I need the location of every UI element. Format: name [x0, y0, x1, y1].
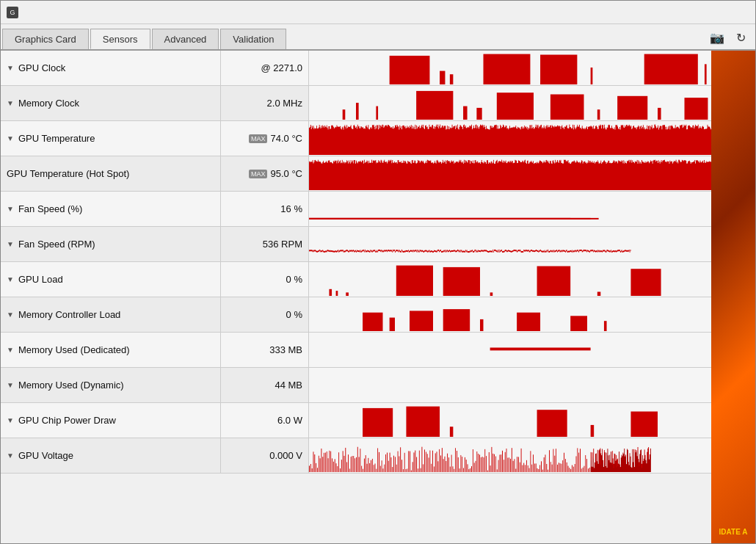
sensor-name-cell: ▼GPU Voltage [1, 438, 221, 473]
sensor-graph [309, 86, 711, 120]
sensor-value-text: @ 2271.0 [261, 62, 302, 73]
sensor-value-cell: 0 % [221, 262, 309, 297]
title-bar-controls [682, 4, 749, 21]
sensor-name-text: Memory Used (Dynamic) [18, 380, 124, 391]
sensor-name-cell: ▼Fan Speed (RPM) [1, 227, 221, 261]
dropdown-arrow-icon[interactable]: ▼ [7, 451, 14, 460]
tab-advanced[interactable]: Advanced [152, 29, 219, 49]
sensor-name-text: Fan Speed (RPM) [18, 239, 95, 250]
sensor-row: ▼GPU Chip Power Draw6.0 W [1, 403, 711, 438]
sensor-row: ▼GPU Clock@ 2271.0 [1, 51, 711, 86]
dropdown-arrow-icon[interactable]: ▼ [7, 416, 14, 424]
sensor-value-cell: 6.0 W [221, 403, 309, 438]
sensor-value-cell: 333 MB [221, 333, 309, 367]
sensor-value-text: 333 MB [269, 344, 302, 355]
sensor-value-cell: 0.000 V [221, 438, 309, 473]
sensor-name-text: GPU Temperature (Hot Spot) [7, 168, 129, 179]
maximize-button[interactable] [705, 4, 726, 21]
tab-sensors[interactable]: Sensors [90, 29, 150, 49]
tabs-container: Graphics Card Sensors Advanced Validatio… [2, 29, 288, 49]
max-badge: MAX [249, 134, 268, 143]
dropdown-arrow-icon[interactable]: ▼ [7, 275, 14, 283]
refresh-button[interactable]: ↻ [732, 29, 749, 46]
side-decoration: IDATE A [711, 51, 755, 543]
sensor-graph [309, 121, 711, 156]
sensor-value-cell: 16 % [221, 192, 309, 226]
sensor-name-text: GPU Load [18, 274, 63, 285]
sensor-value-cell: @ 2271.0 [221, 51, 309, 85]
dropdown-arrow-icon[interactable]: ▼ [7, 381, 14, 389]
sensor-name-cell: ▼Memory Used (Dynamic) [1, 368, 221, 402]
sensor-row: ▼Memory Clock2.0 MHz [1, 86, 711, 121]
sensor-value-text: 74.0 °C [270, 133, 302, 144]
sensor-name-text: GPU Voltage [18, 450, 73, 461]
sensor-name-cell: ▼GPU Chip Power Draw [1, 403, 221, 438]
sensor-name-cell: ▼Memory Clock [1, 86, 221, 120]
close-button[interactable] [729, 4, 749, 21]
sensor-value-cell: 2.0 MHz [221, 86, 309, 120]
sensor-graph [309, 51, 711, 85]
sensor-name-cell: ▼GPU Temperature [1, 121, 221, 156]
graph-canvas [309, 333, 711, 366]
sensor-name-text: Memory Controller Load [18, 309, 120, 320]
dropdown-arrow-icon[interactable]: ▼ [7, 311, 14, 319]
sensor-table: ▼GPU Clock@ 2271.0 ▼Memory Clock2.0 MHz▼… [1, 51, 711, 474]
sensors-panel: ▼GPU Clock@ 2271.0 ▼Memory Clock2.0 MHz▼… [1, 51, 711, 543]
sensor-name-cell: GPU Temperature (Hot Spot) [1, 156, 221, 191]
graph-canvas [309, 438, 711, 472]
sensor-graph [309, 156, 711, 191]
sensor-graph [309, 227, 711, 261]
graph-canvas [309, 156, 711, 190]
sensor-graph [309, 403, 711, 438]
tab-graphics-card[interactable]: Graphics Card [2, 29, 89, 49]
sensor-row: ▼GPU TemperatureMAX74.0 °C [1, 121, 711, 156]
graph-canvas [309, 403, 711, 437]
graph-canvas [309, 192, 711, 225]
sensor-row: GPU Temperature (Hot Spot)MAX95.0 °C [1, 156, 711, 192]
main-window: G Graphics Card Sensors Advanced Validat… [0, 0, 756, 544]
sensor-name-text: Fan Speed (%) [18, 203, 82, 214]
screenshot-button[interactable]: 📷 [708, 29, 726, 46]
sensor-value-cell: MAX74.0 °C [221, 121, 309, 156]
dropdown-arrow-icon[interactable]: ▼ [7, 346, 14, 354]
sensor-row: ▼Memory Controller Load0 % [1, 297, 711, 333]
dropdown-arrow-icon[interactable]: ▼ [7, 99, 14, 107]
sensor-graph [309, 438, 711, 473]
sensor-name-cell: ▼Memory Used (Dedicated) [1, 333, 221, 367]
sensor-row: ▼Memory Used (Dynamic)44 MB [1, 368, 711, 403]
sensor-name-text: GPU Temperature [18, 133, 95, 144]
tab-toolbar: 📷 ↻ [702, 29, 755, 49]
sensor-value-text: 0 % [286, 309, 302, 320]
dropdown-arrow-icon[interactable]: ▼ [7, 134, 14, 142]
graph-canvas [309, 227, 711, 261]
side-text: IDATE A [719, 528, 748, 536]
sensor-value-cell: 44 MB [221, 368, 309, 402]
sensor-row: ▼GPU Load0 % [1, 262, 711, 297]
sensor-name-cell: ▼Fan Speed (%) [1, 192, 221, 226]
sensor-row: ▼Fan Speed (%)16 % [1, 192, 711, 227]
sensor-graph [309, 192, 711, 226]
sensor-graph [309, 368, 711, 402]
sensor-name-text: Memory Clock [18, 98, 79, 109]
sensor-value-text: 6.0 W [277, 415, 302, 426]
dropdown-arrow-icon[interactable]: ▼ [7, 205, 14, 213]
content-area: ▼GPU Clock@ 2271.0 ▼Memory Clock2.0 MHz▼… [1, 51, 755, 543]
sensor-name-cell: ▼Memory Controller Load [1, 297, 221, 332]
dropdown-arrow-icon[interactable]: ▼ [7, 240, 14, 248]
graph-canvas [309, 121, 711, 155]
graph-canvas [309, 262, 711, 296]
sensor-row: ▼Memory Used (Dedicated)333 MB [1, 333, 711, 368]
sensor-value-text: 536 RPM [263, 239, 302, 250]
graph-canvas [309, 297, 711, 331]
sensor-value-text: 0 % [286, 274, 302, 285]
tab-validation[interactable]: Validation [220, 29, 286, 49]
max-badge: MAX [249, 170, 268, 178]
dropdown-arrow-icon[interactable]: ▼ [7, 64, 14, 72]
minimize-button[interactable] [682, 4, 702, 21]
sensor-value-cell: MAX95.0 °C [221, 156, 309, 191]
title-bar: G [1, 1, 755, 24]
sensor-value-text: 2.0 MHz [267, 98, 302, 109]
sensor-name-text: GPU Chip Power Draw [18, 415, 116, 426]
sensor-graph [309, 262, 711, 297]
sensor-value-text: 95.0 °C [270, 168, 302, 179]
